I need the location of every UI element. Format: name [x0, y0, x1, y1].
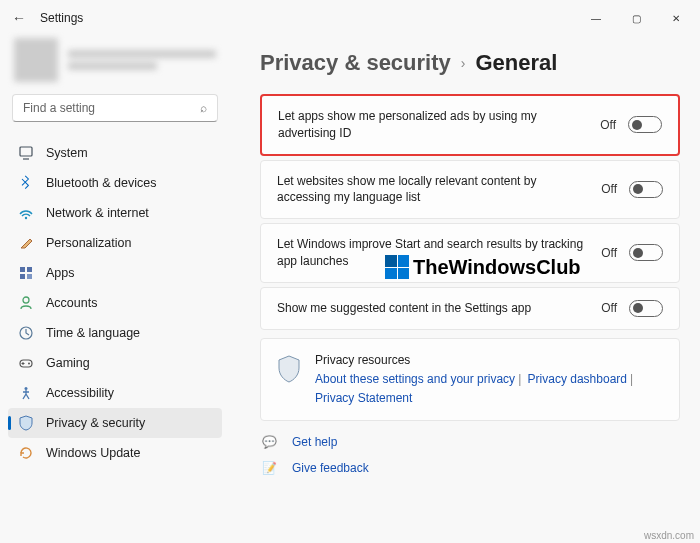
sidebar-item-label: Gaming [46, 356, 90, 370]
sidebar-item-label: Apps [46, 266, 75, 280]
setting-card-1: Let websites show me locally relevant co… [260, 160, 680, 220]
svg-rect-4 [27, 267, 32, 272]
shield-icon [277, 355, 301, 383]
sidebar-item-label: Accessibility [46, 386, 114, 400]
sidebar-item-accessibility[interactable]: Accessibility [8, 378, 222, 408]
sidebar-item-label: Network & internet [46, 206, 149, 220]
minimize-button[interactable]: — [576, 3, 616, 33]
get-help-link[interactable]: Get help [292, 435, 337, 449]
sidebar-item-system[interactable]: System [8, 138, 222, 168]
svg-point-2 [25, 217, 27, 219]
toggle-switch[interactable] [629, 244, 663, 261]
resources-link-0[interactable]: About these settings and your privacy [315, 372, 515, 386]
give-feedback-link[interactable]: Give feedback [292, 461, 369, 475]
sidebar-item-label: Bluetooth & devices [46, 176, 157, 190]
setting-state: Off [601, 246, 617, 260]
help-icon: 💬 [262, 435, 278, 449]
sidebar-item-gaming[interactable]: Gaming [8, 348, 222, 378]
resources-link-2[interactable]: Privacy Statement [315, 391, 412, 405]
close-button[interactable]: ✕ [656, 3, 696, 33]
svg-rect-5 [20, 274, 25, 279]
sidebar-item-network-internet[interactable]: Network & internet [8, 198, 222, 228]
breadcrumb-parent[interactable]: Privacy & security [260, 50, 451, 76]
sidebar-item-label: Accounts [46, 296, 97, 310]
personalization-icon [18, 235, 34, 251]
sidebar-item-privacy-security[interactable]: Privacy & security [8, 408, 222, 438]
svg-rect-3 [20, 267, 25, 272]
accounts-icon [18, 295, 34, 311]
user-profile[interactable] [8, 36, 222, 84]
chevron-right-icon: › [461, 55, 466, 71]
search-input[interactable]: Find a setting ⌕ [12, 94, 218, 122]
sidebar-item-label: Personalization [46, 236, 131, 250]
maximize-button[interactable]: ▢ [616, 3, 656, 33]
resources-link-1[interactable]: Privacy dashboard [528, 372, 627, 386]
sidebar-item-apps[interactable]: Apps [8, 258, 222, 288]
back-icon[interactable]: ← [12, 10, 26, 26]
feedback-icon: 📝 [262, 461, 278, 475]
sidebar-item-label: Privacy & security [46, 416, 145, 430]
sidebar-item-time-language[interactable]: Time & language [8, 318, 222, 348]
privacy-security-icon [18, 415, 34, 431]
bluetooth-devices-icon [18, 175, 34, 191]
setting-label: Let websites show me locally relevant co… [277, 173, 589, 207]
setting-card-2: Let Windows improve Start and search res… [260, 223, 680, 283]
sidebar-item-label: System [46, 146, 88, 160]
gaming-icon [18, 355, 34, 371]
svg-rect-0 [20, 147, 32, 156]
toggle-switch[interactable] [628, 116, 662, 133]
search-icon: ⌕ [200, 101, 207, 115]
setting-state: Off [600, 118, 616, 132]
sidebar-item-bluetooth-devices[interactable]: Bluetooth & devices [8, 168, 222, 198]
sidebar-item-accounts[interactable]: Accounts [8, 288, 222, 318]
windows-update-icon [18, 445, 34, 461]
setting-card-3: Show me suggested content in the Setting… [260, 287, 680, 330]
accessibility-icon [18, 385, 34, 401]
sidebar-item-windows-update[interactable]: Windows Update [8, 438, 222, 468]
source-label: wsxdn.com [644, 530, 694, 541]
setting-label: Let apps show me personalized ads by usi… [278, 108, 588, 142]
system-icon [18, 145, 34, 161]
setting-label: Show me suggested content in the Setting… [277, 300, 589, 317]
time-language-icon [18, 325, 34, 341]
window-title: Settings [40, 11, 83, 25]
setting-state: Off [601, 301, 617, 315]
setting-card-0: Let apps show me personalized ads by usi… [260, 94, 680, 156]
sidebar-item-label: Windows Update [46, 446, 141, 460]
privacy-resources-card: Privacy resources About these settings a… [260, 338, 680, 422]
network-internet-icon [18, 205, 34, 221]
breadcrumb-current: General [475, 50, 557, 76]
avatar [14, 38, 58, 82]
toggle-switch[interactable] [629, 300, 663, 317]
svg-rect-6 [27, 274, 32, 279]
setting-state: Off [601, 182, 617, 196]
resources-title: Privacy resources [315, 351, 663, 370]
breadcrumb: Privacy & security › General [260, 50, 680, 76]
sidebar-item-label: Time & language [46, 326, 140, 340]
apps-icon [18, 265, 34, 281]
setting-label: Let Windows improve Start and search res… [277, 236, 589, 270]
svg-point-10 [28, 363, 30, 365]
sidebar-item-personalization[interactable]: Personalization [8, 228, 222, 258]
toggle-switch[interactable] [629, 181, 663, 198]
svg-point-7 [23, 297, 29, 303]
svg-point-11 [25, 387, 28, 390]
search-placeholder: Find a setting [23, 101, 200, 115]
